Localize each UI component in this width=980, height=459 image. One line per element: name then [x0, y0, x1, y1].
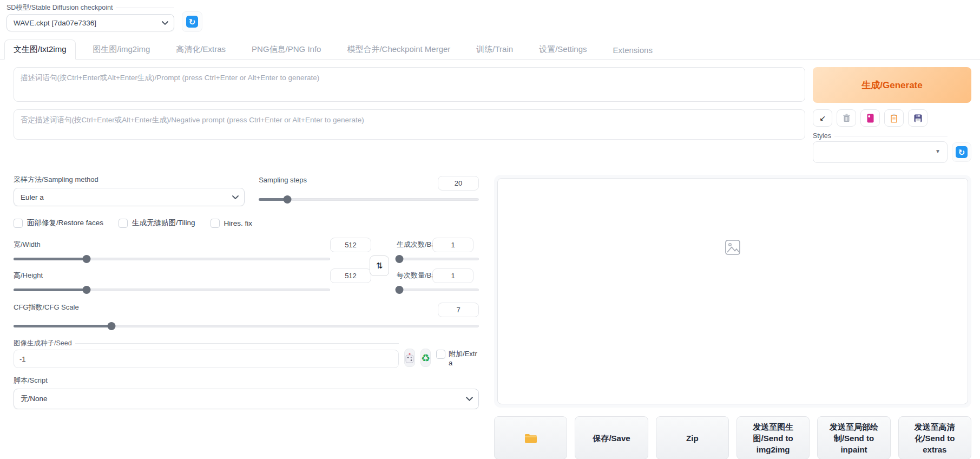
arrow-down-left-icon: ↙: [819, 114, 826, 122]
height-label: 高/Height: [14, 268, 330, 280]
extra-networks-button[interactable]: [860, 109, 880, 127]
cfg-scale-slider[interactable]: [14, 322, 479, 330]
sampling-steps-input[interactable]: [438, 176, 479, 191]
tab-png-info[interactable]: PNG信息/PNG Info: [243, 40, 330, 59]
result-gallery: [497, 178, 968, 404]
restore-faces-checkbox[interactable]: 面部修复/Restore faces: [14, 218, 103, 228]
width-slider[interactable]: [14, 254, 330, 263]
swap-dimensions-button[interactable]: ⇅: [370, 255, 389, 276]
card-icon: [867, 114, 874, 123]
gallery-frame: [494, 175, 971, 408]
sampling-steps-slider[interactable]: [259, 195, 479, 204]
send-to-inpaint-button[interactable]: 发送至局部绘制/Send to inpaint: [817, 416, 890, 459]
cfg-scale-label: CFG指数/CFG Scale: [14, 303, 438, 312]
script-value: 无/None: [21, 394, 48, 404]
checkbox-icon: [14, 219, 23, 228]
batch-count-input[interactable]: [432, 238, 473, 252]
script-select[interactable]: 无/None: [14, 389, 479, 409]
output-actions: 保存/Save Zip 发送至图生图/Send to img2img 发送至局部…: [494, 416, 971, 459]
batch-count-label: 生成次数/Batch count: [397, 238, 432, 250]
prompt-tools: ↙: [813, 109, 971, 127]
hires-fix-checkbox[interactable]: Hires. fix: [211, 219, 253, 228]
tab-train[interactable]: 训练/Train: [468, 40, 522, 59]
tab-checkpoint-merger[interactable]: 模型合并/Checkpoint Merger: [338, 40, 459, 59]
styles-label: Styles: [813, 132, 948, 140]
restore-faces-label: 面部修复/Restore faces: [27, 218, 103, 228]
clipboard-icon: [890, 114, 898, 123]
reuse-seed-button[interactable]: ♻: [420, 349, 431, 367]
cfg-scale-input[interactable]: [438, 303, 479, 317]
sampling-method-select[interactable]: Euler a: [14, 188, 245, 206]
generate-button[interactable]: 生成/Generate: [813, 67, 971, 103]
send-to-img2img-button[interactable]: 发送至图生图/Send to img2img: [736, 416, 810, 459]
floppy-icon: [914, 114, 922, 122]
checkpoint-select[interactable]: WAVE.ckpt [7da07e7336]: [6, 14, 174, 31]
tiling-checkbox[interactable]: 生成无缝贴图/Tiling: [119, 218, 195, 228]
header: SD模型/Stable Diffusion checkpoint WAVE.ck…: [0, 0, 980, 32]
styles-refresh-button[interactable]: ↻: [952, 142, 971, 162]
chevron-down-icon: [466, 395, 473, 403]
trash-icon: [843, 114, 851, 122]
tiling-label: 生成无缝贴图/Tiling: [132, 218, 195, 228]
tab-extensions[interactable]: Extensions: [604, 41, 661, 59]
swap-arrows-icon: ⇅: [376, 261, 383, 271]
script-label: 脚本/Script: [14, 376, 479, 385]
dropdown-arrow-icon: ▼: [935, 148, 940, 154]
styles-dropdown[interactable]: ▼: [813, 141, 948, 163]
batch-size-slider[interactable]: [397, 285, 479, 294]
chevron-down-icon: [232, 193, 239, 201]
checkbox-icon: [211, 219, 220, 228]
dice-icon: [405, 353, 415, 363]
seed-extra-label: 附加/Extra: [449, 350, 480, 368]
seed-extra-checkbox[interactable]: 附加/Extra: [436, 349, 480, 368]
refresh-icon: ↻: [186, 16, 198, 28]
main-tabbar: 文生图/txt2img 图生图/img2img 高清化/Extras PNG信息…: [0, 40, 980, 60]
output-panel: 保存/Save Zip 发送至图生图/Send to img2img 发送至局部…: [494, 175, 971, 459]
tab-img2img[interactable]: 图生图/img2img: [84, 40, 159, 59]
random-seed-button[interactable]: [404, 349, 415, 367]
recycle-icon: ♻: [421, 353, 430, 363]
checkbox-icon: [436, 350, 445, 359]
zip-button[interactable]: Zip: [656, 416, 729, 459]
tab-extras[interactable]: 高清化/Extras: [167, 40, 234, 59]
checkpoint-label: SD模型/Stable Diffusion checkpoint: [6, 3, 174, 12]
width-label: 宽/Width: [14, 238, 330, 250]
refresh-icon: ↻: [956, 146, 968, 158]
checkpoint-block: SD模型/Stable Diffusion checkpoint WAVE.ck…: [6, 3, 174, 31]
sampling-method-label: 采样方法/Sampling method: [14, 175, 245, 185]
generation-settings: 采样方法/Sampling method Euler a Sampling st…: [14, 175, 479, 459]
seed-input[interactable]: [14, 350, 399, 368]
hires-fix-label: Hires. fix: [224, 219, 253, 227]
tab-settings[interactable]: 设置/Settings: [530, 40, 595, 59]
height-slider[interactable]: [14, 285, 330, 294]
prompt-input[interactable]: [14, 67, 805, 102]
sampling-method-value: Euler a: [21, 193, 44, 201]
folder-icon: [524, 433, 537, 443]
image-placeholder-icon: [725, 239, 741, 255]
batch-count-slider[interactable]: [397, 254, 479, 263]
chevron-down-icon: [162, 19, 168, 27]
clear-prompt-button[interactable]: [837, 109, 856, 127]
txt2img-panel: 生成/Generate ↙: [0, 60, 980, 459]
paste-params-button[interactable]: ↙: [813, 109, 832, 127]
tab-txt2img[interactable]: 文生图/txt2img: [4, 40, 76, 60]
seed-label: 图像生成种子/Seed: [14, 339, 399, 348]
sampling-steps-label: Sampling steps: [259, 176, 438, 184]
checkpoint-refresh-button[interactable]: ↻: [182, 11, 202, 32]
open-folder-button[interactable]: [494, 416, 567, 459]
save-button[interactable]: 保存/Save: [575, 416, 648, 459]
batch-size-label: 每次数量/Batch size: [397, 268, 432, 280]
width-input[interactable]: [330, 238, 371, 252]
checkpoint-value: WAVE.ckpt [7da07e7336]: [14, 19, 96, 27]
save-style-button[interactable]: [908, 109, 928, 127]
negative-prompt-input[interactable]: [14, 109, 805, 140]
batch-size-input[interactable]: [432, 268, 473, 283]
height-input[interactable]: [330, 268, 371, 283]
checkbox-icon: [119, 219, 128, 228]
apply-style-button[interactable]: [884, 109, 904, 127]
send-to-extras-button[interactable]: 发送至高清化/Send to extras: [898, 416, 971, 459]
